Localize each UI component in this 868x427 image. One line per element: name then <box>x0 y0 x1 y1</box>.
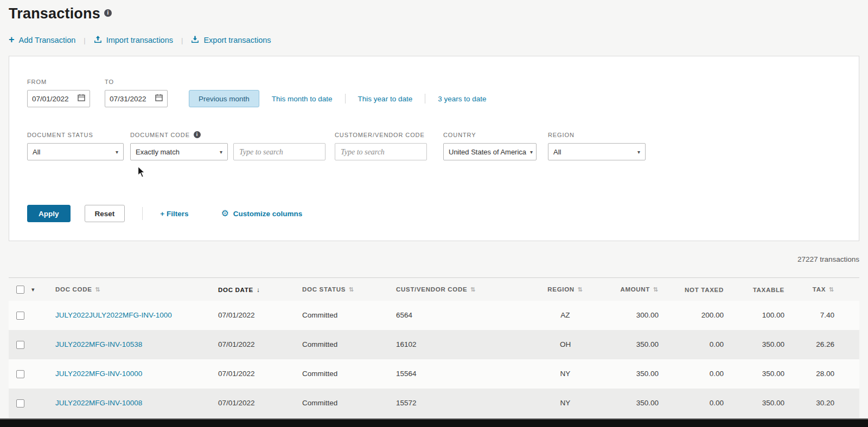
doc-code-link[interactable]: JULY2022MFG-INV-10000 <box>55 370 142 378</box>
page-header: Transactions i <box>9 0 859 22</box>
sort-icon: ⇅ <box>578 286 583 293</box>
document-code-match-select[interactable]: Exactly match ▾ <box>130 143 228 160</box>
row-checkbox[interactable] <box>16 399 24 407</box>
cell-doc_date: 07/01/2022 <box>214 330 298 359</box>
row-checkbox[interactable] <box>16 341 24 349</box>
transactions-table: ▾ DOC CODE⇅DOC DATE↓DOC STATUS⇅CUST/VEND… <box>9 277 859 418</box>
table-header-row: ▾ DOC CODE⇅DOC DATE↓DOC STATUS⇅CUST/VEND… <box>9 278 859 301</box>
more-filters-link[interactable]: + Filters <box>160 210 188 218</box>
import-transactions-button[interactable]: Import transactions <box>94 35 173 45</box>
customer-vendor-group: CUSTOMER/VENDOR CODE <box>335 131 427 160</box>
gear-icon: ⚙ <box>221 209 228 218</box>
cell-taxable: 100.00 <box>728 301 789 330</box>
column-header-not_taxed: NOT TAXED <box>663 278 728 301</box>
region-select[interactable]: All ▾ <box>548 143 646 160</box>
row-select-cell <box>9 330 51 359</box>
cell-region: AZ <box>522 301 609 330</box>
cell-doc_date: 07/01/2022 <box>214 301 298 330</box>
region-label: REGION <box>548 131 646 138</box>
export-transactions-label: Export transactions <box>203 36 271 44</box>
document-status-select[interactable]: All ▾ <box>27 143 124 160</box>
to-date-field <box>105 90 168 107</box>
customer-vendor-search-input[interactable] <box>335 143 427 160</box>
column-header-cust_vendor_code[interactable]: CUST/VENDOR CODE⇅ <box>392 278 522 301</box>
cell-doc_status: Committed <box>298 359 392 389</box>
filter-actions-row: Apply Reset + Filters ⚙ Customize column… <box>27 205 841 222</box>
chevron-down-icon: ▾ <box>637 149 640 155</box>
info-icon[interactable]: i <box>104 9 112 17</box>
document-status-group: DOCUMENT STATUS All ▾ <box>27 131 124 160</box>
cell-tax: 26.26 <box>789 330 859 359</box>
info-icon[interactable]: i <box>194 131 201 138</box>
row-checkbox[interactable] <box>16 370 24 378</box>
video-progress-bar <box>0 418 868 427</box>
country-label: COUNTRY <box>443 131 537 138</box>
page-title: Transactions <box>9 5 100 22</box>
doc-code-link[interactable]: JULY2022JULY2022MFG-INV-1000 <box>55 311 172 319</box>
toolbar-divider: | <box>181 36 183 44</box>
cell-doc_date: 07/01/2022 <box>214 389 298 418</box>
select-options-chevron-icon[interactable]: ▾ <box>31 286 35 293</box>
apply-button[interactable]: Apply <box>27 205 71 222</box>
sort-icon: ⇅ <box>349 286 354 293</box>
sort-icon: ⇅ <box>470 286 476 293</box>
date-filter-row: FROM TO Previous month <box>27 78 841 107</box>
column-label-amount: AMOUNT <box>620 286 650 293</box>
add-transaction-button[interactable]: + Add Transaction <box>9 36 75 44</box>
row-checkbox[interactable] <box>16 312 24 320</box>
customize-columns-link[interactable]: ⚙ Customize columns <box>221 209 302 218</box>
cell-not_taxed: 0.00 <box>663 330 728 359</box>
cell-doc_date: 07/01/2022 <box>214 359 298 389</box>
column-header-doc_code[interactable]: DOC CODE⇅ <box>51 278 214 301</box>
cell-doc_status: Committed <box>298 389 392 418</box>
doc-code-link[interactable]: JULY2022MFG-INV-10538 <box>55 340 142 348</box>
column-header-amount[interactable]: AMOUNT⇅ <box>609 278 663 301</box>
calendar-icon[interactable] <box>155 94 163 103</box>
cell-cust_vendor_code: 15572 <box>392 389 522 418</box>
column-header-doc_status[interactable]: DOC STATUS⇅ <box>298 278 392 301</box>
filter-panel: FROM TO Previous month <box>9 56 859 241</box>
document-code-search-input[interactable] <box>233 143 326 160</box>
column-label-doc_date: DOC DATE <box>218 287 253 293</box>
cell-region: OH <box>522 330 609 359</box>
transaction-row: JULY2022MFG-INV-1000807/01/2022Committed… <box>9 389 859 418</box>
column-header-tax[interactable]: TAX⇅ <box>789 278 859 301</box>
country-select[interactable]: United States of America ▾ <box>443 143 537 160</box>
row-select-cell <box>9 301 51 330</box>
cell-amount: 350.00 <box>609 359 663 389</box>
reset-button[interactable]: Reset <box>85 205 125 222</box>
this-year-to-date-link[interactable]: This year to date <box>345 94 425 103</box>
cell-cust_vendor_code: 15564 <box>392 359 522 389</box>
transactions-page: Transactions i + Add Transaction | Impor… <box>0 0 868 418</box>
cell-not_taxed: 200.00 <box>663 301 728 330</box>
cell-taxable: 350.00 <box>728 359 789 389</box>
cell-doc_code: JULY2022MFG-INV-10008 <box>51 389 214 418</box>
cell-region: NY <box>522 359 609 389</box>
calendar-icon[interactable] <box>78 94 85 103</box>
document-code-group: DOCUMENT CODE i Exactly match ▾ <box>130 131 326 160</box>
transaction-row: JULY2022JULY2022MFG-INV-100007/01/2022Co… <box>9 301 859 330</box>
chevron-down-icon: ▾ <box>220 149 222 155</box>
select-all-checkbox[interactable] <box>16 286 24 294</box>
document-code-match-value: Exactly match <box>136 148 180 156</box>
export-transactions-button[interactable]: Export transactions <box>191 35 271 45</box>
column-header-doc_date[interactable]: DOC DATE↓ <box>214 278 298 301</box>
three-years-to-date-link[interactable]: 3 years to date <box>425 94 499 103</box>
column-header-region[interactable]: REGION⇅ <box>522 278 609 301</box>
sort-icon: ⇅ <box>95 286 101 293</box>
to-date-input[interactable] <box>110 95 154 103</box>
filter-controls-row: DOCUMENT STATUS All ▾ DOCUMENT CODE i Ex… <box>27 131 841 160</box>
sort-icon: ⇅ <box>653 286 659 293</box>
column-label-cust_vendor_code: CUST/VENDOR CODE <box>396 286 467 293</box>
from-date-group: FROM <box>27 78 90 107</box>
cell-amount: 350.00 <box>609 389 663 418</box>
actions-divider <box>142 207 143 220</box>
customer-vendor-label: CUSTOMER/VENDOR CODE <box>335 131 427 138</box>
cell-amount: 300.00 <box>609 301 663 330</box>
from-date-input[interactable] <box>32 95 76 103</box>
doc-code-link[interactable]: JULY2022MFG-INV-10008 <box>55 399 142 407</box>
to-label: TO <box>105 78 168 85</box>
transaction-row: JULY2022MFG-INV-1000007/01/2022Committed… <box>9 359 859 389</box>
previous-month-button[interactable]: Previous month <box>189 90 259 107</box>
this-month-to-date-link[interactable]: This month to date <box>259 94 345 103</box>
